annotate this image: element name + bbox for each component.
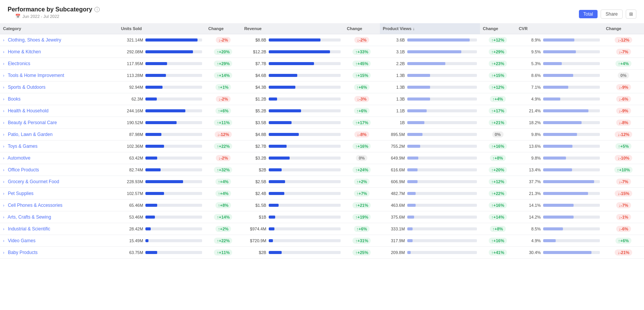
bar-wrap	[145, 239, 202, 242]
expand-button[interactable]: ›	[3, 62, 4, 66]
category-cell: › Arts, Crafts & Sewing	[0, 211, 118, 223]
expand-button[interactable]: ›	[3, 50, 4, 54]
pv-value: 606.9M	[383, 179, 405, 184]
change-badge: ↑+25%	[352, 249, 371, 256]
bar-wrap	[145, 180, 202, 183]
bar-wrap	[407, 145, 477, 148]
revenue-cell: $8.8B	[241, 34, 344, 46]
expand-button[interactable]: ›	[3, 192, 4, 196]
bar-wrap	[269, 180, 341, 183]
category-link[interactable]: Books	[8, 96, 21, 102]
cvr-value: 9.5%	[519, 50, 541, 54]
bar-fill	[543, 180, 594, 183]
category-link[interactable]: Health & Household	[8, 108, 49, 113]
expand-button[interactable]: ›	[3, 109, 4, 113]
bar-wrap	[543, 86, 600, 89]
expand-button[interactable]: ›	[3, 85, 4, 89]
category-link[interactable]: Industrial & Scientific	[8, 226, 50, 232]
category-cell: › Baby Products	[0, 247, 118, 259]
category-link[interactable]: Automotive	[8, 155, 30, 161]
expand-button[interactable]: ›	[3, 239, 4, 243]
bar-fill	[269, 251, 282, 254]
category-link[interactable]: Beauty & Personal Care	[8, 120, 57, 125]
expand-button[interactable]: ›	[3, 180, 4, 184]
revenue-cell: $2B	[241, 164, 344, 176]
bar-fill	[145, 38, 198, 42]
cvr-value: 4.9%	[519, 238, 541, 243]
rev-change-cell: ↑+25%	[344, 247, 379, 259]
product-views-cell: 1B	[380, 117, 480, 129]
units-bar-container: 102.36M	[121, 144, 202, 149]
rev-bar-container: $4.8B	[244, 132, 341, 137]
total-button[interactable]: Total	[579, 10, 598, 18]
category-link[interactable]: Video Games	[8, 238, 36, 243]
bar-wrap	[543, 157, 600, 160]
category-link[interactable]: Office Products	[8, 167, 39, 173]
category-link[interactable]: Toys & Games	[8, 144, 37, 149]
units-change-cell: ↑+6%	[205, 105, 241, 117]
category-link[interactable]: Tools & Home Improvement	[8, 73, 64, 78]
expand-button[interactable]: ›	[3, 97, 4, 101]
expand-button[interactable]: ›	[3, 38, 4, 42]
expand-button[interactable]: ›	[3, 215, 4, 219]
expand-button[interactable]: ›	[3, 74, 4, 78]
bar-fill	[407, 50, 462, 53]
category-link[interactable]: Patio, Lawn & Garden	[8, 132, 53, 137]
category-link[interactable]: Cell Phones & Accessories	[8, 203, 62, 208]
export-button[interactable]: ⊞	[626, 10, 636, 19]
category-link[interactable]: Home & Kitchen	[8, 49, 41, 54]
expand-button[interactable]: ›	[3, 251, 4, 255]
revenue-value: $3.2B	[244, 156, 266, 160]
cvr-change-cell: ↓-9%	[603, 81, 644, 93]
bar-fill	[543, 97, 560, 101]
units-sold-cell: 62.3M	[118, 93, 205, 105]
units-value: 102.36M	[121, 144, 143, 149]
info-icon[interactable]: i	[94, 7, 100, 12]
change-badge: ↑+4%	[215, 190, 231, 197]
bar-fill	[407, 121, 425, 124]
page: Performance by Subcategory i 📅 Jun 2022 …	[0, 0, 644, 310]
bar-fill	[543, 74, 573, 77]
cvr-bar-container: 7.1%	[519, 85, 600, 89]
category-link[interactable]: Pet Supplies	[8, 191, 33, 196]
expand-button[interactable]: ›	[3, 168, 4, 172]
expand-button[interactable]: ›	[3, 144, 4, 149]
th-product-views[interactable]: Product Views↓	[380, 23, 480, 34]
category-link[interactable]: Grocery & Gourmet Food	[8, 179, 59, 184]
category-link[interactable]: Electronics	[8, 61, 30, 66]
bar-wrap	[145, 50, 202, 53]
units-bar-container: 321.14M	[121, 38, 202, 42]
bar-fill	[269, 204, 279, 207]
calendar-icon: 📅	[15, 14, 21, 19]
rev-bar-container: $4.3B	[244, 85, 341, 89]
units-value: 244.16M	[121, 109, 143, 113]
expand-button[interactable]: ›	[3, 133, 4, 137]
bar-fill	[269, 38, 321, 42]
category-link[interactable]: Sports & Outdoors	[8, 85, 46, 90]
product-views-cell: 209.8M	[380, 247, 480, 259]
cvr-value: 8.9%	[519, 38, 541, 42]
revenue-value: $1B	[244, 215, 266, 219]
units-change-cell: ↑+20%	[205, 46, 241, 58]
change-badge: ↑+22%	[214, 143, 232, 149]
revenue-value: $1.5B	[244, 203, 266, 208]
expand-button[interactable]: ›	[3, 227, 4, 231]
expand-button[interactable]: ›	[3, 121, 4, 125]
rev-bar-container: $2.4B	[244, 191, 341, 196]
units-sold-cell: 190.52M	[118, 117, 205, 129]
product-views-cell: 317.9M	[380, 235, 480, 247]
category-cell: › Books	[0, 93, 118, 105]
table-row: › Books 62.3M ↓-2% $1.2B ↓-3% 1.3B	[0, 93, 644, 105]
change-badge: ↓-2%	[216, 96, 231, 102]
share-button[interactable]: Share	[601, 10, 623, 19]
units-change-cell: ↑+4%	[205, 188, 241, 200]
category-link[interactable]: Clothing, Shoes & Jewelry	[8, 37, 61, 43]
category-link[interactable]: Baby Products	[8, 250, 38, 255]
expand-button[interactable]: ›	[3, 156, 4, 160]
bar-fill	[269, 216, 275, 219]
expand-button[interactable]: ›	[3, 203, 4, 208]
bar-wrap	[407, 86, 477, 89]
category-link[interactable]: Arts, Crafts & Sewing	[8, 214, 51, 220]
units-bar-container: 117.95M	[121, 61, 202, 66]
bar-fill	[407, 86, 430, 89]
